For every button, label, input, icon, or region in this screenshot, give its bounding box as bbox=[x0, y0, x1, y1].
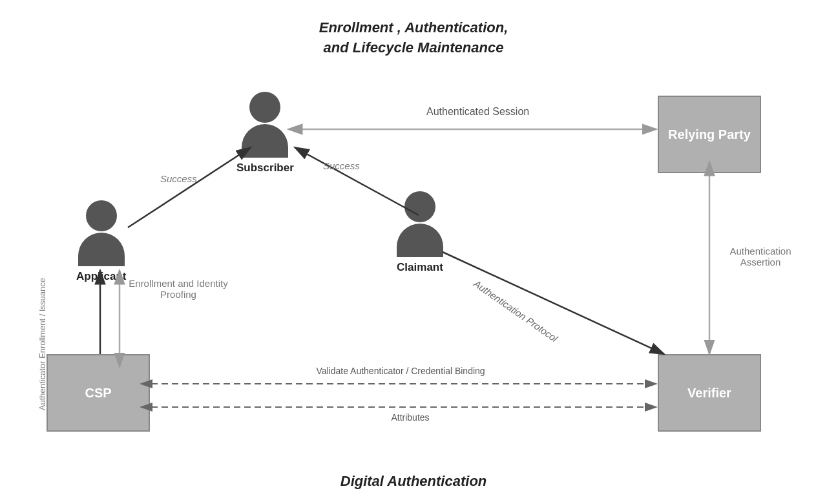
authentication-assertion-label: Authentication Assertion bbox=[718, 246, 802, 268]
diagram-container: Enrollment , Authentication, and Lifecyc… bbox=[0, 0, 827, 504]
title-bottom: Digital Authentication bbox=[340, 473, 487, 490]
csp-box: CSP bbox=[47, 354, 150, 432]
claimant-label: Claimant bbox=[397, 261, 443, 274]
applicant-head bbox=[86, 200, 117, 231]
verifier-box: Verifier bbox=[658, 354, 761, 432]
applicant-person: Applicant bbox=[76, 200, 126, 283]
relying-party-box: Relying Party bbox=[658, 96, 761, 173]
claimant-head bbox=[404, 191, 435, 222]
authenticated-session-label: Authenticated Session bbox=[426, 106, 529, 118]
claimant-body bbox=[397, 224, 443, 257]
subscriber-person: Subscriber bbox=[236, 92, 294, 174]
success-right-label: Success bbox=[323, 160, 360, 171]
attributes-label: Attributes bbox=[362, 412, 459, 423]
authenticator-enrollment-label: Authenticator Enrollment / Issuance bbox=[37, 278, 50, 410]
title-top: Enrollment , Authentication, and Lifecyc… bbox=[319, 18, 508, 58]
applicant-to-subscriber-arrow bbox=[128, 147, 251, 227]
applicant-body bbox=[78, 233, 125, 266]
applicant-label: Applicant bbox=[76, 270, 126, 283]
success-left-label: Success bbox=[160, 173, 197, 184]
subscriber-body bbox=[242, 124, 288, 158]
subscriber-label: Subscriber bbox=[236, 162, 294, 174]
validate-authenticator-label: Validate Authenticator / Credential Bind… bbox=[271, 366, 530, 376]
enrollment-identity-label: Enrollment and Identity Proofing bbox=[127, 278, 230, 300]
authentication-protocol-label: Authentication Protocol bbox=[472, 278, 560, 344]
claimant-person: Claimant bbox=[397, 191, 443, 274]
subscriber-head bbox=[249, 92, 280, 123]
